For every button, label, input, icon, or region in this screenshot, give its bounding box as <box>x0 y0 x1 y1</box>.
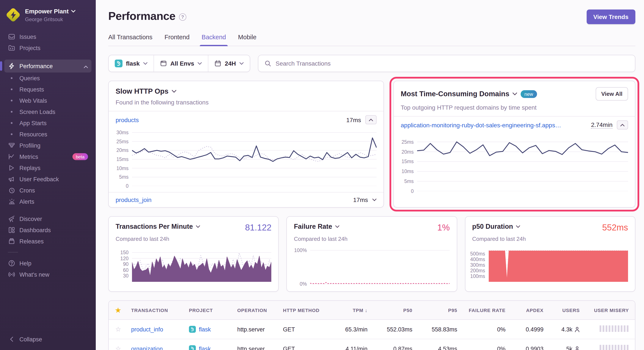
filter-bar: flask All Envs 24H <box>108 55 635 72</box>
date-range-dropdown[interactable]: 24H <box>208 55 250 72</box>
card-subtitle: Top outgoing HTTP request domains by tim… <box>401 104 628 111</box>
sidebar-item-help[interactable]: Help <box>4 258 92 269</box>
transaction-link[interactable]: products <box>116 116 139 123</box>
col-p50[interactable]: P50 <box>371 307 416 313</box>
chevron-down-icon <box>172 90 176 93</box>
chart-plot[interactable] <box>310 249 450 285</box>
tpm-cell: 65.3/min <box>328 326 371 332</box>
sidebar-item-web-vitals[interactable]: Web Vitals <box>4 95 92 106</box>
sidebar-item-performance[interactable]: Performance <box>4 60 92 73</box>
sidebar-nav: Issues Projects Performance Queries Requ… <box>4 31 92 280</box>
chevron-down-icon <box>143 62 148 65</box>
card-title-text: Most Time-Consuming Domains <box>401 90 510 98</box>
domain-link[interactable]: application-monitoring-ruby-dot-sales-en… <box>401 122 564 128</box>
sidebar-item-screen-loads[interactable]: Screen Loads <box>4 106 92 117</box>
collapse-row-button[interactable] <box>365 115 376 124</box>
sidebar-item-releases[interactable]: Releases <box>4 236 92 247</box>
domain-time-spent[interactable]: 2.74min <box>591 121 612 129</box>
failure-rate-title-dropdown[interactable]: Failure Rate <box>294 223 340 230</box>
transaction-link[interactable]: organization <box>128 345 186 350</box>
org-avatar <box>6 8 21 23</box>
sidebar-item-issues[interactable]: Issues <box>4 31 92 42</box>
col-operation[interactable]: OPERATION <box>234 307 280 313</box>
view-all-button[interactable]: View All <box>596 87 628 101</box>
sidebar-item-crons[interactable]: Crons <box>4 185 92 196</box>
chart-plot[interactable] <box>488 249 628 282</box>
sidebar-item-dashboards[interactable]: Dashboards <box>4 224 92 236</box>
chart-plot[interactable] <box>132 249 272 282</box>
expand-row-button[interactable] <box>372 199 376 201</box>
project-filter-dropdown[interactable]: flask <box>109 55 154 72</box>
sidebar-item-whats-new[interactable]: What's new <box>4 269 92 280</box>
flask-project-icon <box>189 345 196 350</box>
sidebar-item-requests[interactable]: Requests <box>4 84 92 95</box>
sidebar-item-metrics[interactable]: Metrics beta <box>4 151 92 162</box>
table-row: ☆ organization flask http.server GET 4.1… <box>109 339 635 350</box>
sidebar-item-queries[interactable]: Queries <box>4 73 92 84</box>
tab-all-transactions[interactable]: All Transactions <box>108 34 152 46</box>
view-trends-button[interactable]: View Trends <box>586 10 635 24</box>
p95-cell: 558.83ms <box>416 326 461 332</box>
tab-mobile[interactable]: Mobile <box>238 34 256 46</box>
star-icon: ★ <box>115 306 121 314</box>
sidebar-item-label: Help <box>20 260 32 266</box>
collapse-row-button[interactable] <box>617 120 628 130</box>
col-transaction[interactable]: TRANSACTION <box>128 307 186 313</box>
transaction-link[interactable]: product_info <box>128 326 186 332</box>
sidebar-item-projects[interactable]: Projects <box>4 42 92 54</box>
table-header-row: ★ TRANSACTION PROJECT OPERATION HTTP MET… <box>109 301 635 320</box>
star-column-header[interactable]: ★ <box>109 306 128 314</box>
tab-backend[interactable]: Backend <box>202 34 226 46</box>
transaction-row-products: products 17ms <box>109 111 384 128</box>
sidebar-item-label: Web Vitals <box>20 97 47 104</box>
col-user-misery[interactable]: USER MISERY <box>583 307 635 313</box>
col-p95[interactable]: P95 <box>416 307 461 313</box>
failure-rate-chart: 100%0% <box>287 246 457 291</box>
org-name[interactable]: Empower Plant <box>25 8 68 15</box>
bullet-icon <box>8 77 15 79</box>
sidebar-item-resources[interactable]: Resources <box>4 129 92 140</box>
slow-http-ops-title-dropdown[interactable]: Slow HTTP Ops <box>116 87 176 95</box>
search-icon <box>264 60 271 67</box>
col-apdex[interactable]: APDEX <box>509 307 547 313</box>
star-toggle-icon[interactable]: ☆ <box>116 325 121 333</box>
sidebar-item-discover[interactable]: Discover <box>4 213 92 224</box>
col-http-method[interactable]: HTTP METHOD <box>280 307 328 313</box>
sidebar-item-label: Queries <box>20 75 40 81</box>
sidebar-item-user-feedback[interactable]: User Feedback <box>4 173 92 185</box>
sidebar-item-alerts[interactable]: Alerts <box>4 196 92 207</box>
search-transactions-input[interactable] <box>276 60 629 67</box>
col-failure-rate[interactable]: FAILURE RATE <box>461 307 509 313</box>
telescope-icon <box>8 215 15 222</box>
col-tpm[interactable]: TPM ↓ <box>328 307 371 313</box>
sidebar-item-replays[interactable]: Replays <box>4 162 92 173</box>
chart-plot[interactable] <box>132 131 376 186</box>
transactions-table: ★ TRANSACTION PROJECT OPERATION HTTP MET… <box>108 300 635 350</box>
project-filter-label: flask <box>126 60 140 67</box>
page-help-icon[interactable]: ? <box>179 13 186 21</box>
user-icon <box>574 326 580 332</box>
chevron-up-icon[interactable] <box>84 63 88 69</box>
col-users[interactable]: USERS <box>547 307 583 313</box>
domains-title-dropdown[interactable]: Most Time-Consuming Domains <box>401 90 517 98</box>
project-link[interactable]: flask <box>199 326 211 332</box>
chart-plot[interactable] <box>417 136 628 191</box>
project-link[interactable]: flask <box>199 345 211 350</box>
p50-title-dropdown[interactable]: p50 Duration <box>472 223 520 230</box>
tab-frontend[interactable]: Frontend <box>164 34 190 46</box>
tpm-value: 81.122 <box>245 223 271 233</box>
star-toggle-icon[interactable]: ☆ <box>116 345 121 350</box>
transaction-link[interactable]: products_join <box>116 196 152 203</box>
sidebar-collapse-button[interactable]: Collapse <box>4 333 92 345</box>
sidebar-item-app-starts[interactable]: App Starts <box>4 117 92 129</box>
sidebar-item-profiling[interactable]: Profiling <box>4 140 92 151</box>
user-misery-score-bar <box>600 325 629 332</box>
tpm-title-dropdown[interactable]: Transactions Per Minute <box>116 223 200 230</box>
org-switcher[interactable]: Empower Plant George Gritsouk <box>4 5 92 24</box>
date-range-label: 24H <box>225 60 236 67</box>
environment-filter-dropdown[interactable]: All Envs <box>154 55 208 72</box>
col-project[interactable]: PROJECT <box>186 307 234 313</box>
bullet-icon <box>8 122 15 124</box>
chevron-down-icon <box>512 92 517 95</box>
sidebar: Empower Plant George Gritsouk Issues Pro… <box>0 0 96 350</box>
